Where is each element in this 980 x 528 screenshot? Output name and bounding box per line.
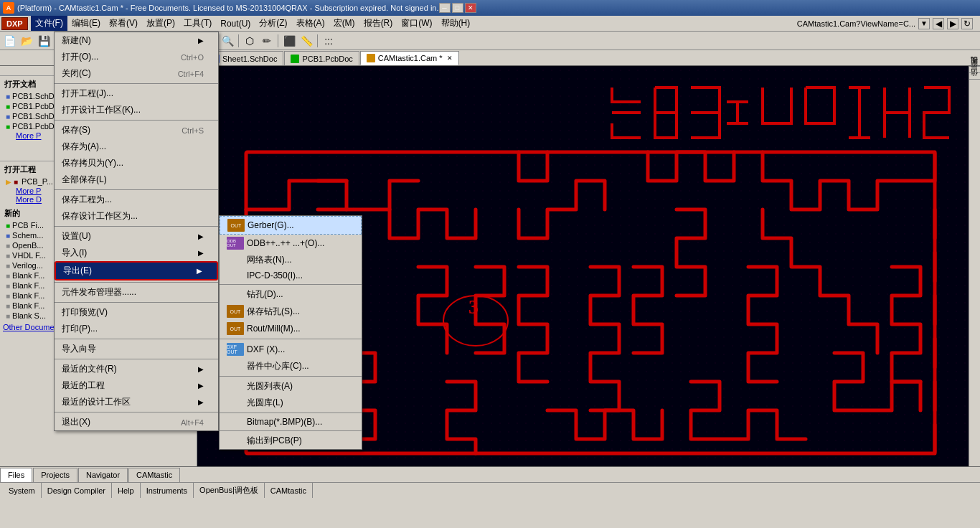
sep9 [55,412,218,412]
export-dxf[interactable]: DXF OUT DXF (X)... [220,341,362,358]
maximize-button[interactable]: □ [452,3,463,13]
window-menu-button[interactable]: 窗口(W) [397,16,436,31]
right-label-2[interactable]: 层 [969,72,980,79]
report-menu-button[interactable]: 报告(R) [359,16,397,31]
minimize-button[interactable]: ─ [439,3,451,13]
right-label-1[interactable]: 视图 [969,66,980,72]
pcb-file-icon: ■ [6,222,10,230]
export-to-pcb[interactable]: 输出到PCB(P) [220,433,362,449]
menu-exit[interactable]: 退出(X)Alt+F4 [55,414,218,430]
bottom-tab-files[interactable]: Files [0,468,32,482]
export-rout[interactable]: OUT Rout/Mill(M)... [220,320,362,337]
menu-save-project-as[interactable]: 保存工程为... [55,192,218,208]
menu-recent-projects[interactable]: 最近的工程▶ [55,377,218,394]
menu-open-project[interactable]: 打开工程(J)... [55,85,218,102]
analyze-menu-button[interactable]: 分析(Z) [255,16,291,31]
measure-btn[interactable]: 📏 [298,33,314,49]
tab-pcb-icon [291,55,299,63]
tab-camtastic1[interactable]: CAMtastic1.Cam * ✕ [360,51,459,65]
table-menu-button[interactable]: 表格(A) [292,16,329,31]
zoom-in-btn[interactable]: 🔍 [220,33,235,49]
export-gerber[interactable]: OUT Gerber(G)... [220,216,362,235]
view-menu-button[interactable]: 察看(V) [105,16,142,31]
bottom-tab-camtastic[interactable]: CAMtastic [128,468,180,482]
menu-save[interactable]: 保存(S)Ctrl+S [55,122,218,138]
export-aperture-lib[interactable]: 光圆库(L) [220,395,362,411]
exp-sep3 [220,376,362,377]
file-menu-button[interactable]: 文件(F) [31,16,67,31]
status-camtastic[interactable]: CAMtastic [265,483,313,498]
export-component-lib-label: 器件中心库(C)... [247,360,309,372]
new-btn[interactable]: 📄 [1,33,17,49]
menu-saveall[interactable]: 全部保存(L) [55,171,218,188]
menu-import-wizard[interactable]: 导入向导 [55,341,218,357]
menu-open-workspace[interactable]: 打开设计工作区(K)... [55,102,218,118]
status-help[interactable]: Help [112,483,141,498]
close-button[interactable]: ✕ [465,3,476,13]
export-bitmap[interactable]: Bitmap(*.BMP)(B)... [220,415,362,429]
open-btn[interactable]: 📂 [19,33,34,49]
bottom-tab-navigator[interactable]: Navigator [78,468,128,482]
edit-menu-button[interactable]: 编辑(E) [67,16,105,31]
menu-recent-workspace[interactable]: 最近的设计工作区▶ [55,394,218,410]
right-label-3[interactable]: 信 [969,79,980,85]
export-drill[interactable]: 钻孔(D)... [220,286,362,303]
export-odb-label: ODB++..++ ...+(O)... [247,238,324,248]
menu-savecopy[interactable]: 保存拷贝为(Y)... [55,155,218,171]
svg-text:3: 3 [468,296,479,318]
export-odb[interactable]: ODB OUT ODB++..++ ...+(O)... [220,235,362,252]
grid-btn[interactable]: ::: [321,33,336,49]
help-menu-button[interactable]: 帮助(H) [437,16,475,31]
menu-settings[interactable]: 设置(U)▶ [55,228,218,245]
export-gerber-label: Gerber(G)... [248,220,294,230]
sch-icon: ■ [6,93,10,100]
select-btn[interactable]: ⬡ [242,33,258,49]
tools-menu-button[interactable]: 工具(T) [179,16,216,31]
pcb-folder-icon: ■ [14,178,18,186]
refresh-button[interactable]: ↻ [961,18,973,29]
tab-camtastic1-label: CAMtastic1.Cam * [378,54,443,62]
macro-menu-button[interactable]: 宏(M) [329,16,359,31]
menu-new[interactable]: 新建(N)▶ [55,32,218,49]
menu-save-workspace-as[interactable]: 保存设计工作区为... [55,208,218,225]
menu-saveas[interactable]: 保存为(A)... [55,138,218,155]
draw-btn[interactable]: ✏ [259,33,275,49]
menu-export[interactable]: 导出(E)▶ [55,261,218,280]
file-menu-dropdown: 新建(N)▶ 打开(O)...Ctrl+O 关闭(C)Ctrl+F4 打开工程(… [54,32,219,431]
wire-btn[interactable]: ⬛ [281,33,297,49]
menu-recent-files[interactable]: 最近的文件(R)▶ [55,361,218,377]
export-component-lib[interactable]: 器件中心库(C)... [220,358,362,374]
bottom-tabs: Files Projects Navigator CAMtastic [0,466,980,482]
verilog-icon: ■ [6,262,10,270]
status-system[interactable]: System [3,483,42,498]
dxp-menu-button[interactable]: DXP [1,17,28,30]
menu-print[interactable]: 打印(P)... [55,321,218,337]
blank2-icon: ■ [6,282,10,290]
menu-import[interactable]: 导入(I)▶ [55,245,218,261]
export-aperture-list[interactable]: 光圆列表(A) [220,378,362,395]
tab-pcb1[interactable]: PCB1.PcbDoc [284,51,359,65]
panel-item-blank3-label: Blank F... [12,291,44,300]
save-btn[interactable]: 💾 [36,33,52,49]
blank1-icon: ■ [6,272,10,280]
status-design-compiler[interactable]: Design Compiler [42,483,112,498]
menu-open[interactable]: 打开(O)...Ctrl+O [55,49,218,65]
export-save-drill[interactable]: OUT 保存钻孔(S)... [220,303,362,320]
tab-close-icon[interactable]: ✕ [447,55,453,62]
panel-item-verilog-label: Verilog... [12,261,43,270]
address-dropdown-button[interactable]: ▼ [918,18,930,29]
back-button[interactable]: ◀ [933,18,944,29]
menu-close[interactable]: 关闭(C)Ctrl+F4 [55,65,218,82]
export-netlist[interactable]: 网络表(N)... [220,252,362,268]
status-openbus[interactable]: OpenBus|调色板 [194,483,265,498]
status-instruments[interactable]: Instruments [141,483,194,498]
place-menu-button[interactable]: 放置(P) [142,16,179,31]
forward-button[interactable]: ▶ [947,18,958,29]
pcb-icon: ■ [6,103,10,110]
rout-menu-button[interactable]: Rout(U) [216,17,255,30]
menu-component-release[interactable]: 元件发布管理器...... [55,284,218,301]
dxf-icon: DXF OUT [227,343,244,356]
bottom-tab-projects[interactable]: Projects [33,468,77,482]
menu-print-preview[interactable]: 打印预览(V) [55,304,218,321]
export-ipc[interactable]: IPC-D-350(I)... [220,268,362,283]
